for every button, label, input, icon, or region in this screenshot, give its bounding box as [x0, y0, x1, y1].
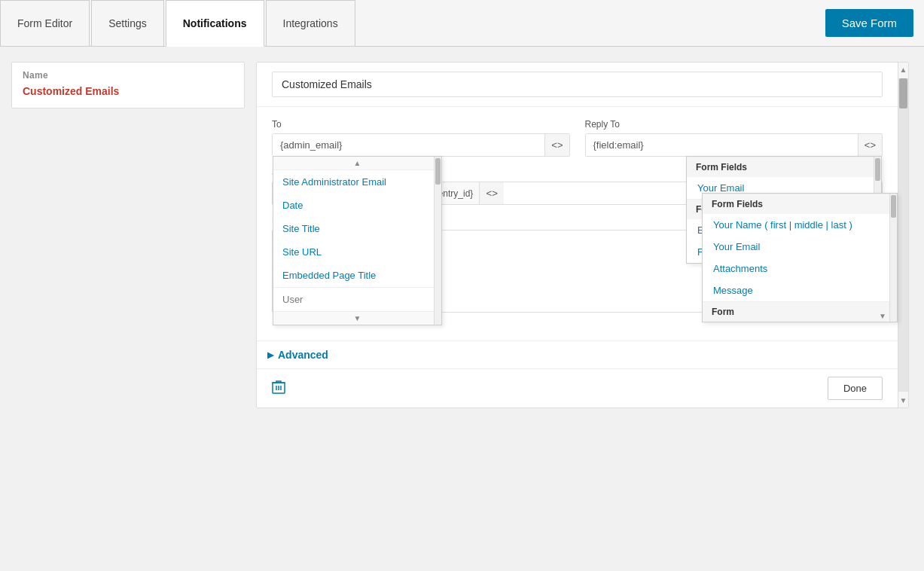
notification-panel: ▲ ▼ To <> [256, 62, 909, 408]
reply-merge-code-icon: <> [865, 139, 876, 151]
advanced-toggle[interactable]: ▶ Advanced [267, 349, 898, 361]
tab-settings-label: Settings [108, 17, 147, 29]
left-dd-scrollthumb [435, 158, 441, 185]
right-bottom-dropdown: Form Fields Your Name ( first | middle |… [702, 193, 898, 322]
left-dropdown: ▲ Site Administrator Email Date Site Tit… [273, 156, 442, 325]
dropdown-item-site-title[interactable]: Site Title [273, 217, 441, 240]
to-merge-button[interactable]: <> [544, 134, 569, 156]
tab-form-editor-label: Form Editor [17, 17, 72, 29]
right-bottom-item-your-email[interactable]: Your Email [703, 236, 889, 258]
reply-to-input-wrap: <> Form Fields Your Email Form Entry ID … [585, 133, 883, 157]
tab-notifications[interactable]: Notifications [166, 0, 264, 47]
panel-scrollbar[interactable]: ▲ ▼ [898, 63, 908, 408]
dropdown-item-site-url[interactable]: Site URL [273, 240, 441, 264]
nav-tabs: Form Editor Settings Notifications Integ… [0, 0, 357, 46]
dropdown-item-date[interactable]: Date [273, 194, 441, 217]
tab-settings[interactable]: Settings [91, 0, 164, 46]
right-top-section-header: Form Fields [687, 157, 874, 177]
sidebar-item-customized-emails[interactable]: Customized Emails [23, 85, 119, 97]
dropdown-item-user[interactable]: User [273, 287, 441, 311]
sidebar-section: Name Customized Emails [11, 62, 245, 108]
main-area: Name Customized Emails ▲ ▼ [0, 47, 924, 571]
tab-integrations[interactable]: Integrations [266, 0, 355, 46]
right-bottom-scroll-down-icon[interactable]: ▼ [877, 310, 888, 322]
right-bottom-item-message[interactable]: Message [703, 279, 889, 301]
right-top-scrollthumb [875, 158, 880, 181]
trash-icon[interactable] [272, 379, 285, 398]
sidebar-name-header: Name [23, 70, 233, 81]
advanced-row: ▶ Advanced [257, 340, 908, 368]
reply-to-merge-button[interactable]: <> [858, 134, 882, 156]
dropdown-item-embedded-page-title[interactable]: Embedded Page Title [273, 264, 441, 287]
tab-integrations-label: Integrations [283, 17, 338, 29]
scrollbar-thumb [899, 78, 907, 108]
to-reply-row: To <> ▲ Site Administrator Email [272, 119, 883, 157]
right-bottom-item-your-name[interactable]: Your Name ( first | middle | last ) [703, 214, 889, 236]
save-form-button[interactable]: Save Form [825, 9, 913, 37]
tab-form-editor[interactable]: Form Editor [0, 0, 90, 46]
to-input[interactable] [273, 134, 544, 156]
right-bottom-item-attachments[interactable]: Attachments [703, 258, 889, 279]
right-bottom-form-header: Form [703, 301, 889, 322]
advanced-arrow-icon: ▶ [267, 350, 273, 360]
left-dd-scroll-down[interactable]: ▼ [273, 311, 441, 325]
top-navigation: Form Editor Settings Notifications Integ… [0, 0, 924, 47]
to-label: To [272, 119, 570, 130]
panel-footer: Done [257, 368, 898, 408]
to-field-group: To <> ▲ Site Administrator Email [272, 119, 570, 157]
left-dd-items: Site Administrator Email Date Site Title… [273, 170, 441, 311]
left-dd-scrolltrack [434, 157, 441, 325]
right-bottom-scrolltrack [889, 194, 897, 322]
right-bottom-section-header: Form Fields [703, 194, 889, 214]
scrollbar-up-icon[interactable]: ▲ [897, 63, 910, 77]
left-dd-scroll-up[interactable]: ▲ [273, 157, 441, 170]
reply-to-field-group: Reply To <> Form Fields Your Email [585, 119, 883, 157]
tab-notifications-label: Notifications [183, 17, 247, 29]
advanced-label: Advanced [278, 349, 328, 361]
content-area: ▲ ▼ To <> [256, 47, 924, 571]
merge-code-icon: <> [551, 139, 563, 151]
sidebar: Name Customized Emails [0, 47, 256, 571]
right-bottom-scrollthumb [891, 195, 896, 218]
scrollbar-down-icon[interactable]: ▼ [897, 393, 910, 408]
to-input-wrap: <> ▲ Site Administrator Email Date Site … [272, 133, 570, 157]
scrollbar-track [898, 78, 908, 392]
dropdown-item-site-admin-email[interactable]: Site Administrator Email [273, 170, 441, 194]
panel-inner: To <> ▲ Site Administrator Email [257, 119, 898, 330]
subject-merge-icon: <> [486, 188, 498, 199]
notification-name-input[interactable] [272, 72, 883, 97]
done-button[interactable]: Done [828, 377, 883, 400]
reply-to-label: Reply To [585, 119, 883, 130]
subject-merge-button[interactable]: <> [479, 182, 504, 204]
reply-to-input[interactable] [586, 134, 858, 156]
name-input-row [257, 63, 898, 107]
